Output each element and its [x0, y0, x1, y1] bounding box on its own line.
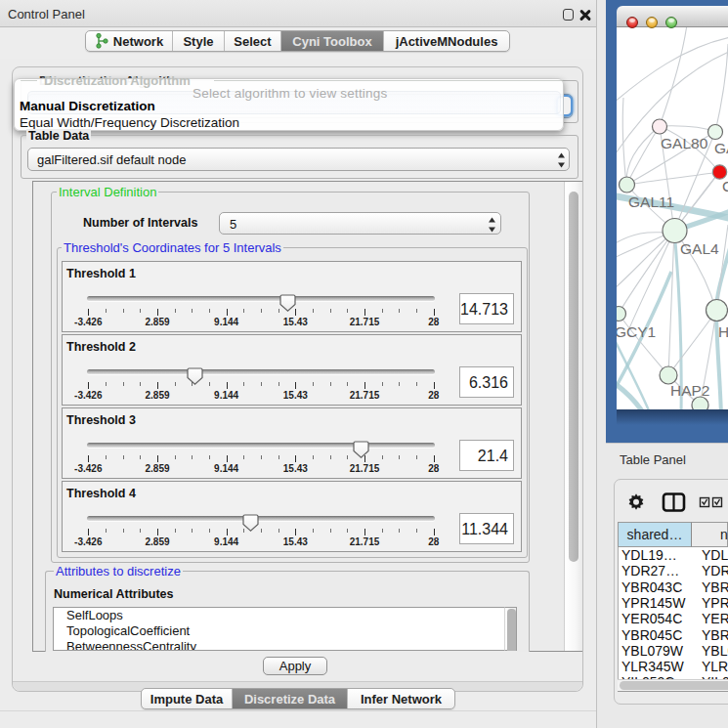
- svg-text:H: H: [718, 323, 728, 340]
- svg-text:GCY1: GCY1: [615, 323, 656, 340]
- svg-text:GAL11: GAL11: [628, 193, 674, 210]
- svg-text:GA: GA: [714, 140, 728, 156]
- svg-text:HAP2: HAP2: [670, 382, 710, 399]
- svg-text:GAL4: GAL4: [680, 240, 719, 257]
- svg-text:GAL80: GAL80: [661, 135, 708, 151]
- svg-text:C: C: [722, 178, 728, 194]
